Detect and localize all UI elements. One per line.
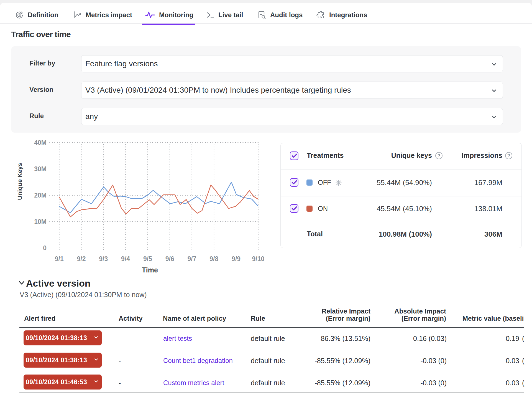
- svg-text:40M: 40M: [34, 139, 47, 146]
- svg-text:9/5: 9/5: [143, 255, 152, 262]
- svg-text:30M: 30M: [34, 165, 47, 173]
- svg-text:9/1: 9/1: [55, 255, 64, 262]
- svg-text:9/7: 9/7: [188, 255, 196, 262]
- svg-text:0: 0: [43, 244, 47, 252]
- svg-text:9/6: 9/6: [165, 255, 174, 262]
- svg-text:9/10: 9/10: [252, 255, 265, 262]
- svg-text:9/9: 9/9: [232, 255, 241, 262]
- svg-text:Time: Time: [142, 266, 158, 274]
- svg-text:20M: 20M: [34, 192, 47, 199]
- svg-text:9/2: 9/2: [77, 255, 86, 262]
- svg-text:9/3: 9/3: [99, 255, 108, 262]
- svg-text:9/4: 9/4: [121, 255, 130, 262]
- svg-text:10M: 10M: [34, 218, 47, 225]
- svg-text:Unique Keys: Unique Keys: [16, 163, 23, 200]
- svg-text:9/8: 9/8: [209, 255, 218, 262]
